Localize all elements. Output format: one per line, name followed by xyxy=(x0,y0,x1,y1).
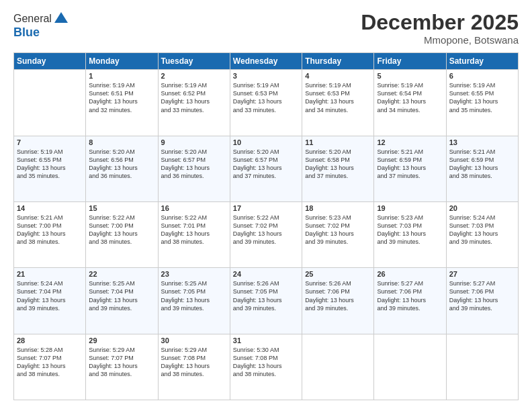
cell-info: Sunrise: 5:24 AM Sunset: 7:03 PM Dayligh… xyxy=(449,214,515,246)
calendar-cell: 9Sunrise: 5:20 AM Sunset: 6:57 PM Daylig… xyxy=(158,136,230,201)
cell-info: Sunrise: 5:22 AM Sunset: 7:02 PM Dayligh… xyxy=(233,214,299,246)
cell-info: Sunrise: 5:24 AM Sunset: 7:04 PM Dayligh… xyxy=(17,279,83,312)
logo: General Blue xyxy=(13,11,69,40)
calendar-cell: 27Sunrise: 5:27 AM Sunset: 7:06 PM Dayli… xyxy=(446,268,518,334)
day-number: 4 xyxy=(305,72,371,80)
calendar-cell: 1Sunrise: 5:19 AM Sunset: 6:51 PM Daylig… xyxy=(86,70,158,136)
cell-info: Sunrise: 5:20 AM Sunset: 6:56 PM Dayligh… xyxy=(89,148,154,181)
weekday-header: Friday xyxy=(374,53,446,70)
cell-info: Sunrise: 5:23 AM Sunset: 7:03 PM Dayligh… xyxy=(377,214,443,246)
cell-info: Sunrise: 5:19 AM Sunset: 6:51 PM Dayligh… xyxy=(89,81,154,114)
day-number: 5 xyxy=(377,72,443,80)
cell-info: Sunrise: 5:23 AM Sunset: 7:02 PM Dayligh… xyxy=(305,214,371,246)
cell-info: Sunrise: 5:22 AM Sunset: 7:01 PM Dayligh… xyxy=(161,214,227,246)
month-title: December 2025 xyxy=(361,11,519,34)
day-number: 20 xyxy=(449,204,515,212)
header: General Blue December 2025 Mmopone, Bots… xyxy=(13,11,519,46)
cell-info: Sunrise: 5:27 AM Sunset: 7:06 PM Dayligh… xyxy=(377,279,443,312)
page: General Blue December 2025 Mmopone, Bots… xyxy=(0,0,532,411)
day-number: 16 xyxy=(161,204,227,212)
cell-info: Sunrise: 5:19 AM Sunset: 6:54 PM Dayligh… xyxy=(377,81,443,114)
calendar-cell: 7Sunrise: 5:19 AM Sunset: 6:55 PM Daylig… xyxy=(14,136,86,201)
day-number: 21 xyxy=(17,270,83,278)
cell-info: Sunrise: 5:19 AM Sunset: 6:53 PM Dayligh… xyxy=(233,81,299,114)
day-number: 2 xyxy=(161,72,227,80)
day-number: 8 xyxy=(89,138,154,146)
day-number: 25 xyxy=(305,270,371,278)
cell-info: Sunrise: 5:29 AM Sunset: 7:08 PM Dayligh… xyxy=(161,346,227,379)
calendar-cell: 4Sunrise: 5:19 AM Sunset: 6:53 PM Daylig… xyxy=(302,70,374,136)
cell-info: Sunrise: 5:19 AM Sunset: 6:55 PM Dayligh… xyxy=(449,81,515,114)
calendar-cell: 23Sunrise: 5:25 AM Sunset: 7:05 PM Dayli… xyxy=(158,268,230,334)
calendar-cell: 5Sunrise: 5:19 AM Sunset: 6:54 PM Daylig… xyxy=(374,70,446,136)
calendar-cell: 15Sunrise: 5:22 AM Sunset: 7:00 PM Dayli… xyxy=(86,201,158,267)
cell-info: Sunrise: 5:28 AM Sunset: 7:07 PM Dayligh… xyxy=(17,346,83,379)
day-number: 28 xyxy=(17,336,83,345)
calendar-cell: 2Sunrise: 5:19 AM Sunset: 6:52 PM Daylig… xyxy=(158,70,230,136)
cell-info: Sunrise: 5:26 AM Sunset: 7:05 PM Dayligh… xyxy=(233,279,299,312)
weekday-header: Thursday xyxy=(302,53,374,70)
title-block: December 2025 Mmopone, Botswana xyxy=(361,11,519,46)
day-number: 17 xyxy=(233,204,299,212)
cell-info: Sunrise: 5:21 AM Sunset: 6:59 PM Dayligh… xyxy=(377,148,443,181)
cell-info: Sunrise: 5:26 AM Sunset: 7:06 PM Dayligh… xyxy=(305,279,371,312)
cell-info: Sunrise: 5:27 AM Sunset: 7:06 PM Dayligh… xyxy=(449,279,515,312)
calendar-cell: 24Sunrise: 5:26 AM Sunset: 7:05 PM Dayli… xyxy=(230,268,302,334)
calendar-cell: 25Sunrise: 5:26 AM Sunset: 7:06 PM Dayli… xyxy=(302,268,374,334)
calendar-cell: 12Sunrise: 5:21 AM Sunset: 6:59 PM Dayli… xyxy=(374,136,446,201)
weekday-header: Sunday xyxy=(14,53,86,70)
calendar-cell: 29Sunrise: 5:29 AM Sunset: 7:07 PM Dayli… xyxy=(86,334,158,400)
calendar-cell: 30Sunrise: 5:29 AM Sunset: 7:08 PM Dayli… xyxy=(158,334,230,400)
calendar-cell xyxy=(374,334,446,400)
calendar-cell: 17Sunrise: 5:22 AM Sunset: 7:02 PM Dayli… xyxy=(230,201,302,267)
calendar-cell: 13Sunrise: 5:21 AM Sunset: 6:59 PM Dayli… xyxy=(446,136,518,201)
cell-info: Sunrise: 5:21 AM Sunset: 6:59 PM Dayligh… xyxy=(449,148,515,181)
day-number: 31 xyxy=(233,336,299,345)
calendar-cell: 8Sunrise: 5:20 AM Sunset: 6:56 PM Daylig… xyxy=(86,136,158,201)
calendar-cell: 20Sunrise: 5:24 AM Sunset: 7:03 PM Dayli… xyxy=(446,201,518,267)
weekday-header: Tuesday xyxy=(158,53,230,70)
calendar-cell: 18Sunrise: 5:23 AM Sunset: 7:02 PM Dayli… xyxy=(302,201,374,267)
calendar-cell: 14Sunrise: 5:21 AM Sunset: 7:00 PM Dayli… xyxy=(14,201,86,267)
cell-info: Sunrise: 5:20 AM Sunset: 6:57 PM Dayligh… xyxy=(161,148,227,181)
calendar-cell xyxy=(14,70,86,136)
calendar-cell: 26Sunrise: 5:27 AM Sunset: 7:06 PM Dayli… xyxy=(374,268,446,334)
cell-info: Sunrise: 5:20 AM Sunset: 6:57 PM Dayligh… xyxy=(233,148,299,181)
weekday-header: Monday xyxy=(86,53,158,70)
location: Mmopone, Botswana xyxy=(361,34,519,46)
calendar-cell xyxy=(446,334,518,400)
day-number: 18 xyxy=(305,204,371,212)
day-number: 23 xyxy=(161,270,227,278)
day-number: 30 xyxy=(161,336,227,345)
day-number: 7 xyxy=(17,138,83,146)
day-number: 9 xyxy=(161,138,227,146)
day-number: 6 xyxy=(449,72,515,80)
day-number: 13 xyxy=(449,138,515,146)
calendar-cell xyxy=(302,334,374,400)
cell-info: Sunrise: 5:25 AM Sunset: 7:05 PM Dayligh… xyxy=(161,279,227,312)
day-number: 27 xyxy=(449,270,515,278)
calendar-cell: 31Sunrise: 5:30 AM Sunset: 7:08 PM Dayli… xyxy=(230,334,302,400)
calendar-cell: 21Sunrise: 5:24 AM Sunset: 7:04 PM Dayli… xyxy=(14,268,86,334)
cell-info: Sunrise: 5:25 AM Sunset: 7:04 PM Dayligh… xyxy=(89,279,154,312)
day-number: 29 xyxy=(89,336,154,345)
cell-info: Sunrise: 5:19 AM Sunset: 6:55 PM Dayligh… xyxy=(17,148,83,181)
day-number: 26 xyxy=(377,270,443,278)
day-number: 3 xyxy=(233,72,299,80)
cell-info: Sunrise: 5:22 AM Sunset: 7:00 PM Dayligh… xyxy=(89,214,154,246)
day-number: 19 xyxy=(377,204,443,212)
day-number: 14 xyxy=(17,204,83,212)
day-number: 11 xyxy=(305,138,371,146)
cell-info: Sunrise: 5:21 AM Sunset: 7:00 PM Dayligh… xyxy=(17,214,83,246)
calendar-cell: 6Sunrise: 5:19 AM Sunset: 6:55 PM Daylig… xyxy=(446,70,518,136)
weekday-header: Saturday xyxy=(446,53,518,70)
calendar-cell: 22Sunrise: 5:25 AM Sunset: 7:04 PM Dayli… xyxy=(86,268,158,334)
weekday-header: Wednesday xyxy=(230,53,302,70)
logo-icon xyxy=(53,11,69,27)
day-number: 1 xyxy=(89,72,154,80)
calendar-cell: 10Sunrise: 5:20 AM Sunset: 6:57 PM Dayli… xyxy=(230,136,302,201)
cell-info: Sunrise: 5:20 AM Sunset: 6:58 PM Dayligh… xyxy=(305,148,371,181)
svg-marker-0 xyxy=(54,12,68,23)
calendar-cell: 16Sunrise: 5:22 AM Sunset: 7:01 PM Dayli… xyxy=(158,201,230,267)
cell-info: Sunrise: 5:19 AM Sunset: 6:52 PM Dayligh… xyxy=(161,81,227,114)
